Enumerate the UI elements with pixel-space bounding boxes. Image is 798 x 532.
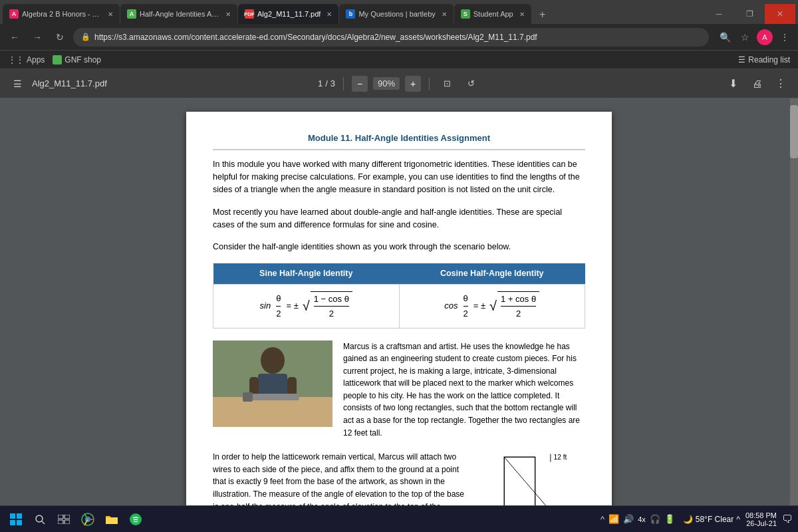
weather-text: 58°F Clear bbox=[696, 515, 734, 524]
page-separator: / bbox=[325, 78, 328, 88]
bookmark-gnf[interactable]: GNF shop bbox=[53, 55, 101, 65]
clock-time: 08:58 PM bbox=[745, 511, 777, 519]
zoom-in-button[interactable]: + bbox=[405, 76, 421, 92]
weather-chevron: ^ bbox=[736, 515, 740, 524]
cos-label: cos bbox=[444, 299, 458, 313]
sine-formula: sin θ 2 = ± √ bbox=[221, 291, 391, 321]
restore-button[interactable]: ❐ bbox=[734, 4, 765, 24]
pdf-page: Module 11. Half-Angle Identities Assignm… bbox=[186, 112, 612, 505]
gnf-label: GNF shop bbox=[65, 55, 101, 65]
page-current: 1 bbox=[318, 78, 323, 88]
more-icon[interactable]: ⋮ bbox=[777, 29, 793, 45]
tab-student[interactable]: S Student App ✕ bbox=[454, 4, 531, 24]
start-button[interactable] bbox=[5, 509, 27, 530]
sin-label: sin bbox=[260, 299, 271, 313]
download-button[interactable]: ⬇ bbox=[724, 74, 742, 93]
forward-button[interactable]: → bbox=[28, 28, 47, 47]
tab-bartleby[interactable]: b My Questions | bartleby ✕ bbox=[339, 4, 453, 24]
address-bar: ← → ↻ 🔒 https://s3.amazonaws.com/content… bbox=[0, 24, 798, 51]
taskbar-search[interactable] bbox=[29, 509, 51, 530]
pdf-filename: Alg2_M11_11.7.pdf bbox=[32, 78, 107, 88]
tab4-close[interactable]: ✕ bbox=[442, 11, 447, 18]
spotify-icon bbox=[130, 513, 142, 525]
tab5-label: Student App bbox=[473, 10, 513, 18]
print-button[interactable]: 🖨 bbox=[747, 74, 766, 93]
sine-frac: θ 2 bbox=[275, 292, 282, 320]
apps-label: Apps bbox=[27, 55, 45, 65]
equals-pm: = ± bbox=[286, 299, 298, 313]
taskbar-clock[interactable]: 08:58 PM 26-Jul-21 bbox=[745, 511, 777, 527]
tab4-label: My Questions | bartleby bbox=[358, 10, 435, 18]
tab-halfangle[interactable]: A Half-Angle Identities Assignm ✕ bbox=[120, 4, 237, 24]
svg-rect-24 bbox=[58, 515, 63, 519]
headphone-icon[interactable]: 🎧 bbox=[650, 514, 660, 524]
search-icon[interactable]: 🔍 bbox=[717, 29, 733, 45]
task-view-button[interactable] bbox=[53, 509, 74, 530]
volume-icon[interactable]: 🔊 bbox=[623, 514, 634, 524]
pdf-toolbar: ☰ Alg2_M11_11.7.pdf 1 / 3 − 90% + ⊡ ↺ ⬇ … bbox=[0, 69, 798, 98]
craftsman-svg bbox=[213, 340, 332, 427]
tab5-favicon: S bbox=[461, 9, 470, 19]
table-col1-header: Sine Half-Angle Identity bbox=[213, 263, 400, 284]
fit-page-button[interactable]: ⊡ bbox=[438, 74, 456, 93]
gnf-favicon bbox=[53, 55, 62, 65]
pdf-menu-toggle[interactable]: ☰ bbox=[8, 74, 27, 93]
tab-algebra[interactable]: A Algebra 2 B Honors - AE - IVi ✕ bbox=[3, 4, 120, 24]
pdf-toolbar-center: 1 / 3 − 90% + ⊡ ↺ bbox=[318, 74, 480, 93]
taskbar-chrome[interactable] bbox=[77, 509, 98, 530]
bookmarks-bar: ⋮⋮ Apps GNF shop ☰ Reading list bbox=[0, 51, 798, 69]
pdf-scrollbar[interactable] bbox=[790, 98, 798, 505]
up-arrow-icon[interactable]: ^ bbox=[600, 514, 604, 524]
battery-icon[interactable]: 🔋 bbox=[664, 514, 675, 524]
pdf-scrollbar-thumb[interactable] bbox=[790, 105, 798, 158]
intro-text-1: In this module you have worked with many… bbox=[213, 160, 580, 195]
tab-pdf[interactable]: PDF Alg2_M11_11.7.pdf ✕ bbox=[238, 4, 338, 24]
network-icon[interactable]: 📶 bbox=[608, 514, 619, 524]
chrome-icon bbox=[81, 513, 94, 526]
taskbar-systray-area: ^ 📶 🔊 4x 🎧 🔋 🌙 58°F Clear ^ 08:58 PM 26-… bbox=[600, 511, 793, 527]
refresh-button[interactable]: ↻ bbox=[51, 28, 69, 47]
taskbar-file-explorer[interactable] bbox=[101, 509, 122, 530]
weather-icon: 🌙 bbox=[683, 515, 693, 524]
tab1-close[interactable]: ✕ bbox=[108, 11, 113, 18]
close-button[interactable]: ✕ bbox=[765, 4, 795, 24]
pdf-toolbar-right: ⬇ 🖨 ⋮ bbox=[724, 74, 790, 93]
star-icon[interactable]: ☆ bbox=[737, 29, 753, 45]
latticework-diagram: 12 ft bbox=[482, 451, 582, 505]
intro-paragraph-1: In this module you have worked with many… bbox=[213, 158, 585, 197]
cosine-formula: cos θ 2 = ± √ bbox=[408, 291, 577, 321]
tab2-close[interactable]: ✕ bbox=[225, 11, 231, 18]
taskbar-spotify[interactable] bbox=[125, 509, 146, 530]
weather-widget[interactable]: 🌙 58°F Clear ^ bbox=[683, 515, 740, 524]
zoom-out-button[interactable]: − bbox=[352, 76, 368, 92]
diagram-figure: 12 ft bbox=[479, 451, 585, 505]
zoom-level: 90% bbox=[373, 77, 400, 90]
new-tab-button[interactable]: + bbox=[533, 5, 552, 24]
tab3-close[interactable]: ✕ bbox=[327, 11, 332, 18]
intro-text-3: Consider the half-angle identities shown… bbox=[213, 242, 511, 251]
craftsman-photo bbox=[213, 340, 332, 427]
pdf-more-button[interactable]: ⋮ bbox=[771, 74, 790, 93]
profile-icon[interactable]: A bbox=[757, 29, 773, 45]
windows-logo-icon bbox=[10, 513, 22, 525]
svg-rect-9 bbox=[504, 458, 535, 505]
equals-pm-cos: = ± bbox=[473, 299, 485, 313]
bookmark-apps[interactable]: ⋮⋮ Apps bbox=[8, 55, 45, 65]
cosine-sqrt: √ 1 + cos θ 2 bbox=[489, 291, 539, 321]
rotate-button[interactable]: ↺ bbox=[462, 74, 480, 93]
reading-list-icon: ☰ bbox=[738, 55, 745, 65]
tab5-close[interactable]: ✕ bbox=[519, 11, 525, 18]
svg-point-2 bbox=[261, 347, 285, 374]
sine-formula-cell: sin θ 2 = ± √ bbox=[213, 284, 400, 328]
notification-icon[interactable]: 🗨 bbox=[782, 513, 793, 525]
systray: ^ 📶 🔊 4x 🎧 🔋 bbox=[600, 514, 675, 524]
tab2-label: Half-Angle Identities Assignm bbox=[140, 10, 219, 18]
diagram-description: In order to help the latticework remain … bbox=[213, 451, 466, 505]
height-label: 12 ft bbox=[554, 454, 567, 461]
craftsman-text: Marcus is a craftsman and artist. He use… bbox=[343, 340, 585, 440]
url-bar[interactable]: 🔒 https://s3.amazonaws.com/content.accel… bbox=[73, 28, 709, 47]
back-button[interactable]: ← bbox=[5, 28, 24, 47]
address-actions: 🔍 ☆ A ⋮ bbox=[717, 29, 793, 45]
minimize-button[interactable]: ─ bbox=[704, 4, 734, 24]
reading-list-button[interactable]: ☰ Reading list bbox=[738, 55, 790, 65]
